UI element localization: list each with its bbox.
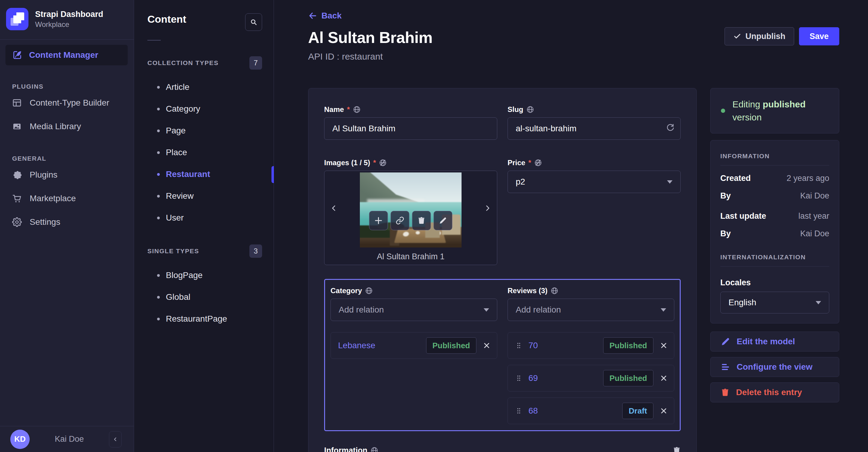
panel-title: Content [147, 13, 186, 25]
collapse-sidebar-button[interactable] [109, 431, 122, 448]
status-badge: Published [603, 370, 653, 386]
updated-by-row: ByKai Doe [720, 229, 829, 238]
delete-component-button[interactable] [673, 446, 681, 452]
status-badge: Published [426, 337, 476, 354]
sidebar-item-plugins[interactable]: Plugins [0, 164, 134, 186]
sidebar-item-marketplace[interactable]: Marketplace [0, 188, 134, 209]
strapi-logo-icon [6, 8, 28, 30]
unpublish-button[interactable]: Unpublish [724, 27, 794, 45]
status-badge: Draft [622, 403, 653, 419]
drag-handle-icon[interactable] [515, 374, 522, 382]
sidebar-item-settings[interactable]: Settings [0, 211, 134, 233]
list-item-label: RestaurantPage [166, 314, 227, 324]
internationalization-heading: INTERNATIONALIZATION [720, 254, 829, 261]
globe-slash-icon [534, 159, 542, 167]
single-type-blogpage[interactable]: BlogPage [147, 264, 274, 286]
main-content: Back Al Sultan Brahim Unpublish Save API… [274, 0, 868, 452]
link-icon [396, 216, 404, 225]
single-type-global[interactable]: Global [147, 286, 274, 308]
reviews-field: Reviews (3) Add relation [507, 287, 674, 424]
pencil-icon [439, 217, 447, 225]
relation-link[interactable]: 70 [528, 341, 603, 350]
reviews-add-relation-select[interactable]: Add relation [507, 299, 674, 321]
globe-slash-icon [379, 159, 387, 167]
sidebar-item-label: Plugins [30, 170, 58, 180]
carousel-prev-icon[interactable] [330, 203, 338, 213]
list-item-label: BlogPage [166, 270, 203, 280]
relation-link[interactable]: 69 [528, 373, 603, 383]
category-label: Category [331, 287, 362, 295]
drag-handle-icon[interactable] [515, 342, 522, 349]
single-type-restaurantpage[interactable]: RestaurantPage [147, 308, 274, 330]
nav-section-general: GENERAL [0, 155, 134, 162]
name-label: Name [324, 105, 344, 114]
back-link[interactable]: Back [308, 11, 342, 21]
remove-relation-button[interactable] [659, 374, 668, 382]
save-label: Save [810, 32, 829, 41]
app-root: Strapi Dashboard Workplace Content Manag… [0, 0, 868, 452]
save-button[interactable]: Save [799, 27, 839, 45]
chevron-left-icon [112, 436, 118, 442]
single-types-count: 3 [249, 245, 262, 258]
add-image-button[interactable] [369, 211, 388, 230]
collection-type-place[interactable]: Place [147, 141, 274, 163]
content-types-panel: Content COLLECTION TYPES 7 Article Categ… [134, 0, 274, 452]
gear-icon [12, 217, 22, 227]
carousel-next-icon[interactable] [484, 203, 492, 213]
edit-model-button[interactable]: Edit the model [710, 331, 839, 352]
relation-link[interactable]: Lebanese [338, 341, 426, 350]
edit-image-button[interactable] [434, 211, 453, 230]
collection-type-article[interactable]: Article [147, 76, 274, 98]
remove-relation-button[interactable] [483, 341, 491, 350]
search-button[interactable] [245, 13, 262, 31]
delete-image-button[interactable] [412, 211, 431, 230]
slug-label: Slug [507, 105, 523, 114]
copy-link-button[interactable] [391, 211, 409, 230]
collection-type-user[interactable]: User [147, 207, 274, 229]
search-icon [250, 19, 257, 26]
price-select[interactable]: p2 [507, 171, 681, 193]
collection-types-list: Article Category Page Place Restaurant R… [147, 76, 274, 229]
sidebar-item-media-library[interactable]: Media Library [0, 116, 134, 137]
regenerate-slug-icon[interactable] [665, 122, 675, 131]
remove-relation-button[interactable] [659, 407, 668, 415]
version-banner-text: Editing published version [733, 98, 830, 124]
list-item-label: Category [166, 104, 200, 114]
images-label: Images (1 / 5) [324, 159, 370, 167]
configure-view-button[interactable]: Configure the view [710, 357, 839, 377]
list-item-label: Restaurant [166, 169, 210, 179]
sidebar-item-label: Settings [30, 217, 60, 227]
trash-icon [673, 446, 681, 452]
collection-type-review[interactable]: Review [147, 185, 274, 207]
category-add-relation-select[interactable]: Add relation [331, 299, 497, 321]
information-component-header: Information [324, 446, 681, 452]
close-icon [659, 407, 668, 415]
workspace-brand[interactable]: Strapi Dashboard Workplace [0, 0, 134, 39]
created-by-row: ByKai Doe [720, 191, 829, 201]
avatar[interactable]: KD [10, 430, 30, 449]
price-label: Price [507, 159, 525, 167]
slug-input[interactable] [507, 118, 681, 140]
list-icon [721, 362, 730, 372]
check-icon [733, 32, 741, 40]
relation-link[interactable]: 68 [528, 406, 622, 416]
sidebar-item-content-manager[interactable]: Content Manager [5, 45, 128, 65]
delete-entry-button[interactable]: Delete this entry [710, 382, 839, 402]
collection-type-restaurant[interactable]: Restaurant [147, 163, 274, 185]
user-name: Kai Doe [37, 434, 101, 444]
list-item-label: Global [166, 292, 190, 302]
sidebar-item-content-type-builder[interactable]: Content-Type Builder [0, 92, 134, 114]
information-label: Information [324, 446, 367, 452]
drag-handle-icon[interactable] [515, 407, 522, 415]
collection-type-category[interactable]: Category [147, 98, 274, 120]
version-banner: Editing published version [710, 88, 839, 133]
collection-type-page[interactable]: Page [147, 120, 274, 141]
name-input[interactable] [324, 118, 497, 140]
remove-relation-button[interactable] [659, 341, 668, 350]
information-heading: INFORMATION [720, 153, 829, 160]
media-icon [12, 122, 22, 131]
locale-select[interactable]: English [720, 292, 829, 314]
slug-field: Slug [507, 105, 681, 140]
main-sidebar: Strapi Dashboard Workplace Content Manag… [0, 0, 134, 452]
list-item-label: User [166, 213, 184, 223]
